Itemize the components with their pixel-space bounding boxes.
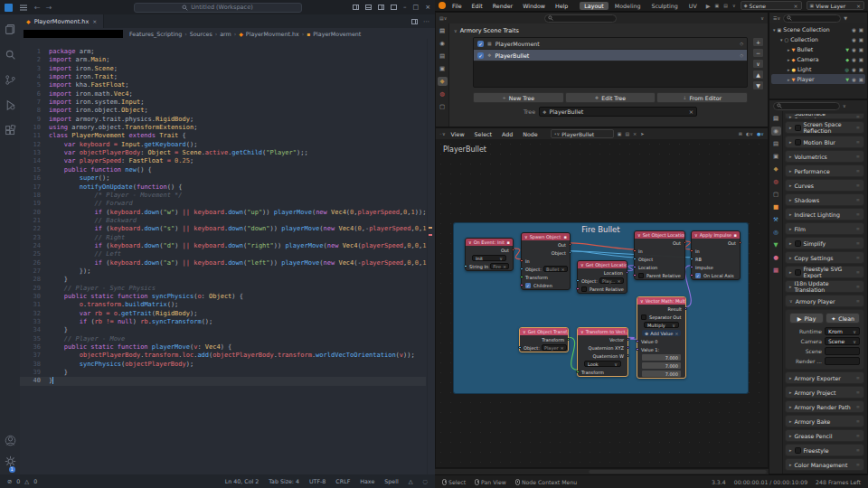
status-item[interactable]: Tab Size: 4 <box>269 478 299 484</box>
node-header[interactable]: ∨Get Object Transf...▪ <box>520 328 568 335</box>
editor-type-icon[interactable]: ◦∨ <box>439 131 446 136</box>
disable-render-camera-icon[interactable]: ▣ <box>859 37 863 42</box>
camera-field[interactable]: Scene∨ <box>825 337 860 345</box>
new-tree-button[interactable]: +New Tree <box>473 92 564 103</box>
input-socket[interactable] <box>636 348 639 352</box>
outliner-item-light[interactable]: ▸●Light◎◉▣ <box>771 64 865 74</box>
split-editor-icon[interactable] <box>411 19 418 24</box>
layout-custom-icon[interactable] <box>391 5 397 10</box>
breadcrumb-item[interactable]: arm <box>220 31 231 37</box>
node-row[interactable]: ✓On Local Axis <box>692 271 740 279</box>
input-socket[interactable] <box>464 265 467 268</box>
status-item[interactable]: CRLF <box>335 478 350 484</box>
tab-close-icon[interactable]: × <box>92 18 97 24</box>
collapse-icon[interactable]: ∨ <box>580 329 584 334</box>
input-socket[interactable] <box>633 258 637 261</box>
node-apply-impulse[interactable]: ∨Apply Impulse▪OutInRBImpulse✓On Local A… <box>691 230 741 280</box>
properties-tab-collection-icon[interactable]: ▢ <box>438 102 448 111</box>
node-menu-node[interactable]: Node <box>521 131 539 137</box>
code-line[interactable]: 29 // Player - Sync Physics <box>20 285 426 293</box>
expand-icon[interactable]: ▸ <box>789 255 792 260</box>
properties-tab-object-icon[interactable]: ■ <box>771 202 781 211</box>
code-line[interactable]: 22 if (keyboard.down("s") || keyboard.do… <box>20 225 426 233</box>
code-line[interactable]: 30 public static function syncPhysics(o:… <box>20 293 426 301</box>
folder-icon[interactable]: ▤ <box>723 3 728 8</box>
node-row[interactable]: In <box>522 257 570 265</box>
hide-eye-icon[interactable]: ◉ <box>852 67 856 72</box>
code-line[interactable]: 32 var rb = o.getTrait(RigidBody); <box>20 310 426 318</box>
disable-render-camera-icon[interactable]: ▣ <box>859 57 863 62</box>
node-row[interactable]: Result <box>637 305 685 313</box>
fake-user-icon[interactable]: ▣ <box>618 131 622 136</box>
input-socket[interactable] <box>518 346 522 350</box>
input-socket[interactable] <box>690 266 693 269</box>
node-row[interactable]: ⊕Add Value× <box>637 329 685 337</box>
node-header[interactable]: ∨Set Object Location▪ <box>635 231 684 239</box>
node-row[interactable]: Transform <box>578 368 627 376</box>
section-checkbox[interactable] <box>795 240 801 247</box>
collapse-icon[interactable]: ∨ <box>468 239 472 245</box>
hide-eye-icon[interactable]: ◉ <box>852 27 856 33</box>
expand-icon[interactable]: ▸ <box>789 183 792 188</box>
properties-tab-render-icon[interactable]: ◉ <box>438 39 448 48</box>
node-checkbox[interactable] <box>638 273 644 278</box>
code-line[interactable]: 15 public function new() { <box>20 166 426 174</box>
play-icon[interactable]: ▶ <box>706 3 711 9</box>
section-copy-settings[interactable]: ▸Copy Settings≡ <box>785 251 864 264</box>
run-debug-icon[interactable] <box>5 98 16 109</box>
node-row[interactable]: 7.000 <box>637 361 685 370</box>
view-layer-selector[interactable]: ▣ View Layer × <box>807 1 864 10</box>
code-line[interactable]: 5import kha.FastFloat; <box>20 81 426 89</box>
layout-panel-icon[interactable] <box>365 5 372 10</box>
node-row[interactable]: Transform <box>520 335 568 343</box>
input-socket[interactable] <box>576 371 580 374</box>
code-line[interactable]: 25 // Left <box>20 250 426 258</box>
expand-icon[interactable]: ▸ <box>789 168 792 174</box>
node-row[interactable]: Parent Relative <box>578 285 627 293</box>
node-header[interactable]: ∨On Event: Init▪ <box>466 239 513 246</box>
chevron-down-icon[interactable]: ∨ <box>732 3 736 8</box>
section-grease-pencil[interactable]: ▸Grease Pencil≡ <box>785 429 864 442</box>
clear-icon[interactable]: × <box>561 345 564 351</box>
trait-row-playermovment[interactable]: ✓▦PlayerMovment◇ <box>474 38 747 50</box>
node-checkbox[interactable] <box>641 314 646 320</box>
search-icon[interactable] <box>5 47 16 59</box>
node-row[interactable]: Out <box>466 246 513 254</box>
section-freestyle[interactable]: ▸Freestyle≡ <box>785 444 864 456</box>
disclosure-icon[interactable]: ▸ <box>788 47 790 52</box>
status-item[interactable]: UTF-8 <box>309 478 326 484</box>
hide-eye-icon[interactable]: ◉ <box>852 77 856 82</box>
trait-menu-button[interactable]: ∨ <box>752 59 764 69</box>
menu-edit[interactable]: Edit <box>470 3 485 9</box>
input-socket[interactable] <box>520 276 524 279</box>
play-button[interactable]: ▶Play <box>789 313 824 324</box>
outliner-item-player[interactable]: ▸▼Player▼◉▣ <box>771 74 865 84</box>
node-tree-selector[interactable]: •∨ PlayerBullet <box>551 129 614 138</box>
trait-checkbox[interactable]: ✓ <box>477 52 484 59</box>
node-header[interactable]: ∨Transform to Vect...▪ <box>578 328 627 335</box>
collapse-icon[interactable]: ∨ <box>637 232 641 238</box>
section-indirect-lighting[interactable]: ▸Indirect Lighting≡ <box>785 208 864 221</box>
code-line[interactable]: 35 // Player - Move <box>20 335 426 343</box>
node-row[interactable]: Impulse <box>692 263 740 271</box>
workspace-search-box[interactable]: Untitled (Workspace) <box>134 3 302 13</box>
section-screen-space-reflection[interactable]: ▸Screen Space Reflection≡ <box>785 121 864 134</box>
notifications-bell-icon[interactable]: ◌ <box>423 478 429 484</box>
workspace-tab-layout[interactable]: Layout <box>580 2 608 10</box>
properties-tab-output-icon[interactable]: ▤ <box>771 139 781 148</box>
node-row[interactable]: In <box>635 247 684 255</box>
options-chevron-icon[interactable]: ∨ <box>843 103 846 108</box>
pin-icon[interactable]: ➤ <box>640 131 644 136</box>
input-socket[interactable] <box>520 267 524 271</box>
close-button[interactable]: × <box>425 4 430 11</box>
clear-icon[interactable]: × <box>561 267 564 272</box>
node-row[interactable]: Object <box>635 255 684 263</box>
code-line[interactable]: 1package arm; <box>20 48 426 56</box>
expand-icon[interactable]: ▸ <box>789 139 792 145</box>
code-line[interactable]: 20 if (keyboard.down("w") || keyboard.do… <box>20 209 426 217</box>
section-film[interactable]: ▸Film≡ <box>785 222 864 235</box>
input-socket[interactable] <box>520 284 524 287</box>
outliner-item-bullet[interactable]: ▸▼Bullet▼◉▣ <box>771 44 865 54</box>
add-trait-button[interactable]: + <box>752 37 764 47</box>
section-shadows[interactable]: ▸Shadows≡ <box>785 193 864 206</box>
